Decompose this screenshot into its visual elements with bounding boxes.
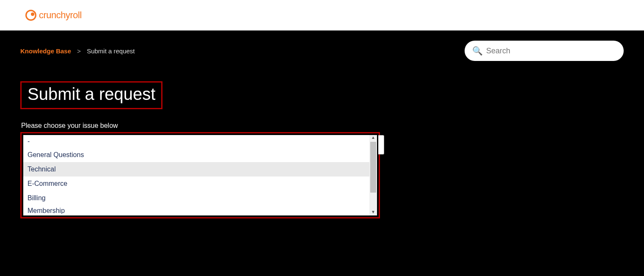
search-input[interactable] — [486, 47, 616, 55]
dropdown-scrollbar[interactable]: ▲ ▼ — [369, 135, 377, 215]
svg-point-0 — [26, 11, 36, 20]
issue-dropdown[interactable]: - General Questions Technical E-Commerce… — [23, 135, 377, 215]
page-title-highlight: Submit a request — [20, 81, 162, 109]
breadcrumb-root-link[interactable]: Knowledge Base — [20, 47, 71, 55]
issue-dropdown-options: - General Questions Technical E-Commerce… — [23, 135, 369, 215]
option-billing[interactable]: Billing — [23, 191, 369, 205]
issue-field-label: Please choose your issue below — [20, 122, 624, 130]
option-technical[interactable]: Technical — [23, 162, 369, 177]
page-title: Submit a request — [28, 85, 155, 104]
search-icon: 🔍 — [472, 47, 483, 55]
svg-point-1 — [31, 13, 34, 16]
breadcrumb-separator: > — [77, 47, 81, 55]
option-ecommerce[interactable]: E-Commerce — [23, 177, 369, 191]
issue-dropdown-highlight: - General Questions Technical E-Commerce… — [20, 132, 380, 218]
breadcrumb: Knowledge Base > Submit a request — [20, 47, 135, 55]
site-header: crunchyroll — [0, 0, 644, 30]
page-content: Knowledge Base > Submit a request 🔍 Subm… — [0, 30, 644, 218]
brand-logo[interactable]: crunchyroll — [25, 10, 82, 21]
scroll-up-icon[interactable]: ▲ — [371, 135, 375, 141]
search-box[interactable]: 🔍 — [465, 41, 624, 61]
scroll-thumb[interactable] — [370, 142, 376, 193]
brand-name: crunchyroll — [39, 10, 82, 21]
option-general-questions[interactable]: General Questions — [23, 148, 369, 162]
option-membership[interactable]: Membership — [23, 205, 369, 214]
select-handle-fragment — [378, 135, 384, 155]
breadcrumb-current: Submit a request — [87, 47, 135, 55]
scroll-down-icon[interactable]: ▼ — [371, 210, 375, 215]
topbar: Knowledge Base > Submit a request 🔍 — [20, 41, 624, 61]
crunchyroll-icon — [25, 10, 36, 21]
option-blank[interactable]: - — [23, 135, 369, 148]
